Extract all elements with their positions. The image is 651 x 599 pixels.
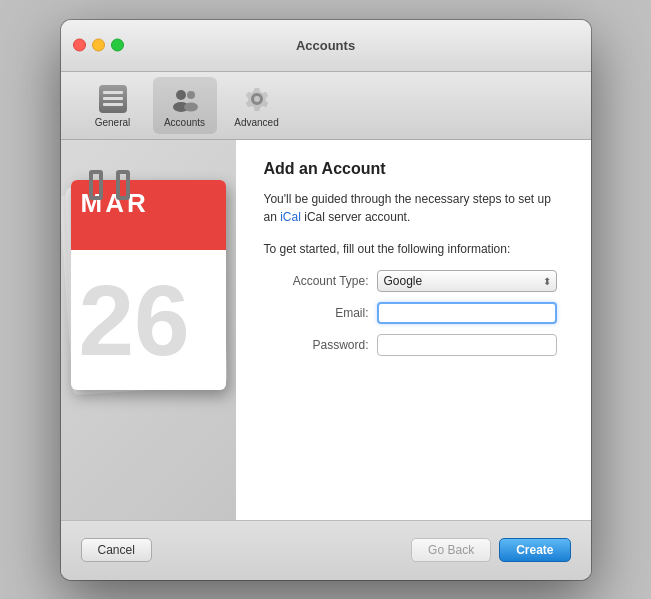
email-row: Email:: [264, 302, 563, 324]
accounts-icon: [169, 83, 201, 115]
password-label: Password:: [264, 338, 369, 352]
password-row: Password:: [264, 334, 563, 356]
general-icon: [97, 83, 129, 115]
email-input[interactable]: [377, 302, 557, 324]
create-button[interactable]: Create: [499, 538, 570, 562]
dialog-description: You'll be guided through the necessary s…: [264, 190, 563, 226]
title-bar: Accounts: [61, 20, 591, 72]
cancel-button[interactable]: Cancel: [81, 538, 152, 562]
svg-point-0: [176, 90, 186, 100]
dialog-prompt: To get started, fill out the following i…: [264, 242, 563, 256]
go-back-button[interactable]: Go Back: [411, 538, 491, 562]
close-button[interactable]: [73, 39, 86, 52]
toolbar-item-advanced[interactable]: Advanced: [225, 77, 289, 134]
account-type-select[interactable]: Google Yahoo! CalDAV Exchange 2007: [377, 270, 557, 292]
account-type-label: Account Type:: [264, 274, 369, 288]
toolbar-label-general: General: [95, 117, 131, 128]
right-buttons: Go Back Create: [411, 538, 570, 562]
bottom-bar: Cancel Go Back Create: [61, 520, 591, 580]
account-type-row: Account Type: Google Yahoo! CalDAV Excha…: [264, 270, 563, 292]
content-area: MAR 26 Add an Account You'll be guided t…: [61, 140, 591, 520]
toolbar-label-accounts: Accounts: [164, 117, 205, 128]
advanced-icon: [241, 83, 273, 115]
maximize-button[interactable]: [111, 39, 124, 52]
toolbar-item-general[interactable]: General: [81, 77, 145, 134]
svg-point-2: [187, 91, 195, 99]
svg-point-3: [184, 102, 198, 111]
dialog-title: Add an Account: [264, 160, 563, 178]
calendar-day: 26: [79, 270, 190, 370]
ical-link: iCal: [280, 210, 301, 224]
account-type-select-wrapper: Google Yahoo! CalDAV Exchange 2007 ⬍: [377, 270, 557, 292]
toolbar-item-accounts[interactable]: Accounts: [153, 77, 217, 134]
form-panel: Add an Account You'll be guided through …: [236, 140, 591, 520]
email-label: Email:: [264, 306, 369, 320]
minimize-button[interactable]: [92, 39, 105, 52]
toolbar-label-advanced: Advanced: [234, 117, 278, 128]
calendar-art-panel: MAR 26: [61, 140, 236, 520]
window-title: Accounts: [296, 38, 355, 53]
password-input[interactable]: [377, 334, 557, 356]
toolbar: General Accounts: [61, 72, 591, 140]
traffic-lights: [73, 39, 124, 52]
main-window: Accounts General Accounts: [61, 20, 591, 580]
